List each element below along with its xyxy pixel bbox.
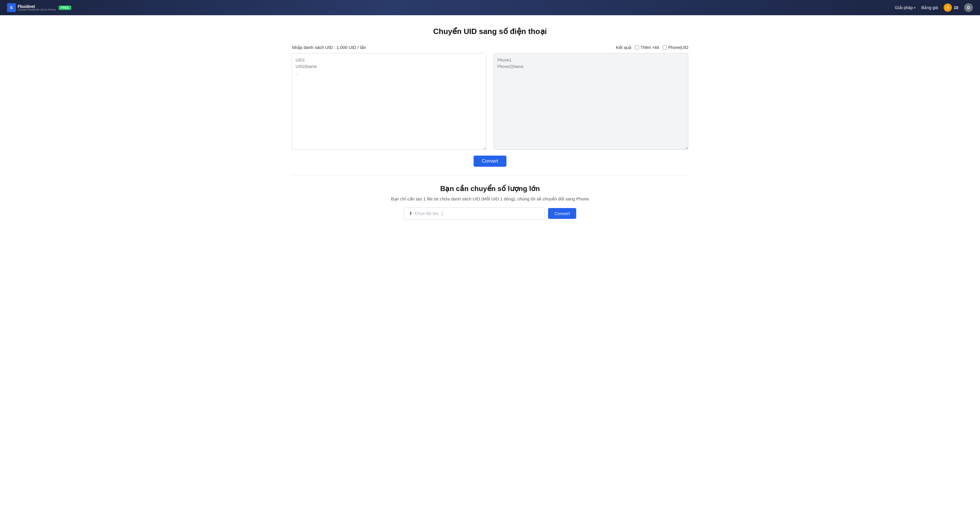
bulk-section: Bạn cần chuyển số lượng lớn Bạn chỉ cần … bbox=[292, 185, 688, 231]
main-content: Chuyển UID sang số điện thoại Nhập danh … bbox=[285, 15, 695, 243]
file-input-box[interactable]: ⬆ Chọn file (txt...) bbox=[404, 208, 544, 219]
file-upload-row: ⬆ Chọn file (txt...) Convert bbox=[292, 208, 688, 219]
